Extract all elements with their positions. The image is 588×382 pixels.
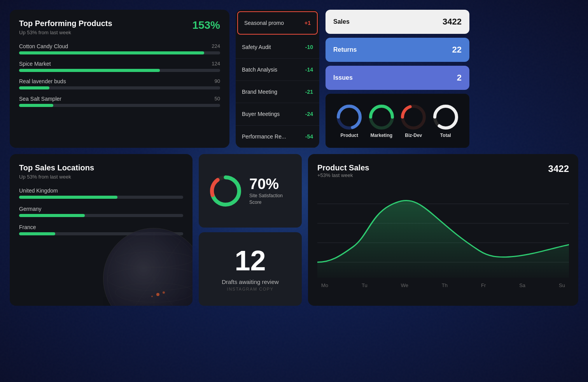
drafts-label: Drafts awaiting review — [222, 279, 279, 285]
location-item: United Kingdom — [19, 187, 183, 199]
donut-item: Biz-Dev — [400, 104, 427, 138]
donut-label: Total — [440, 133, 451, 138]
agenda-item[interactable]: Brand Meeting -21 — [236, 81, 319, 103]
sales-chart — [317, 184, 569, 278]
donut-svg — [400, 104, 427, 130]
drafts-number: 12 — [234, 247, 266, 275]
chart-days: Mo Tu We Th Fr Sa Su — [317, 282, 569, 288]
donut-label: Marketing — [370, 133, 392, 138]
product-name: Sea Salt Sampler — [19, 96, 61, 102]
chart-header: Product Sales +53% last week 3422 — [317, 163, 569, 183]
satisfaction-pct: 70% — [249, 176, 283, 193]
issues-value: 2 — [457, 73, 462, 83]
chart-title: Product Sales — [317, 163, 369, 172]
agenda-name: Brand Meeting — [242, 89, 277, 95]
satisfaction-text: 70% Site Satisfaction Score — [249, 176, 283, 206]
product-name: Cotton Candy Cloud — [19, 43, 68, 49]
product-value: 50 — [215, 96, 220, 102]
agenda-name: Performance Re... — [242, 133, 286, 140]
satisfaction-donut — [208, 173, 243, 209]
agenda-item[interactable]: Seasonal promo +1 — [237, 11, 318, 35]
globe-decoration — [103, 228, 192, 306]
svg-point-8 — [107, 232, 192, 306]
sales-value: 3422 — [443, 17, 462, 27]
drafts-sublabel: INSTAGRAM COPY — [227, 287, 274, 291]
chart-subtitle: +53% last week — [317, 172, 369, 178]
agenda-item[interactable]: Buyer Meetings -24 — [236, 103, 319, 125]
top-locations-title: Top Sales Locations — [19, 163, 183, 172]
location-name: United Kingdom — [19, 187, 183, 194]
agenda-delta: -54 — [305, 133, 313, 140]
agenda-delta: +1 — [304, 20, 311, 26]
satisfaction-card: 70% Site Satisfaction Score — [199, 154, 302, 228]
globe-svg — [103, 228, 192, 306]
product-name: Spice Market — [19, 61, 51, 67]
agenda-item[interactable]: Safety Audit -10 — [236, 36, 319, 58]
agenda-delta: -24 — [305, 111, 313, 117]
donut-svg — [432, 104, 459, 130]
agenda-name: Seasonal promo — [244, 20, 284, 26]
agenda-delta: -14 — [305, 67, 313, 73]
top-locations-subtitle: Up 53% from last week — [19, 174, 183, 180]
product-value: 224 — [212, 43, 220, 49]
chart-value: 3422 — [548, 163, 569, 174]
issues-metric: Issues 2 — [326, 66, 469, 90]
donuts-panel: Product Marketing Biz-Dev Total — [326, 94, 469, 148]
svg-point-11 — [115, 283, 192, 302]
location-name: Germany — [19, 206, 183, 212]
agenda-item[interactable]: Batch Analysis -14 — [236, 59, 319, 81]
sales-metric: Sales 3422 — [326, 10, 469, 34]
agenda-list: Seasonal promo +1 Safety Audit -10 Batch… — [236, 10, 319, 148]
donut-item: Total — [432, 104, 459, 138]
donut-svg — [336, 104, 362, 130]
agenda-delta: -10 — [305, 44, 313, 50]
agenda-delta: -21 — [305, 89, 313, 95]
top-products-title: Top Performing Products — [19, 19, 220, 28]
satisfaction-label: Site Satisfaction Score — [249, 193, 283, 206]
top-locations-card: Top Sales Locations Up 53% from last wee… — [10, 154, 192, 306]
donut-label: Product — [341, 133, 358, 138]
returns-value: 22 — [452, 45, 462, 55]
product-item: Sea Salt Sampler 50 — [19, 96, 220, 107]
issues-label: Issues — [333, 74, 353, 81]
returns-label: Returns — [333, 46, 357, 53]
svg-point-16 — [163, 291, 165, 294]
donut-label: Biz-Dev — [405, 133, 422, 138]
top-products-card: Top Performing Products Up 53% from last… — [10, 10, 229, 148]
svg-point-17 — [151, 296, 153, 297]
sales-label: Sales — [333, 18, 350, 25]
agenda-name: Batch Analysis — [242, 67, 277, 73]
svg-point-15 — [156, 293, 159, 296]
product-item: Spice Market 124 — [19, 61, 220, 72]
agenda-name: Safety Audit — [242, 44, 271, 50]
top-products-subtitle: Up 53% from last week — [19, 30, 220, 35]
product-sales-card: Product Sales +53% last week 3422 — [308, 154, 578, 306]
product-item: Cotton Candy Cloud 224 — [19, 43, 220, 54]
products-list: Cotton Candy Cloud 224 Spice Market 124 … — [19, 43, 220, 107]
product-value: 124 — [212, 61, 220, 67]
product-value: 90 — [215, 78, 220, 84]
svg-point-9 — [115, 252, 192, 267]
agenda-name: Buyer Meetings — [242, 111, 280, 117]
top-products-percentage: 153% — [192, 19, 220, 32]
donut-item: Product — [336, 104, 362, 138]
donut-item: Marketing — [368, 104, 395, 138]
drafts-card: 12 Drafts awaiting review INSTAGRAM COPY — [199, 232, 302, 306]
donut-svg — [368, 104, 395, 130]
svg-point-10 — [107, 267, 192, 291]
product-name: Real lavender buds — [19, 78, 66, 84]
returns-metric: Returns 22 — [326, 38, 469, 62]
product-item: Real lavender buds 90 — [19, 78, 220, 89]
agenda-item[interactable]: Performance Re... -54 — [236, 126, 319, 148]
location-item: Germany — [19, 206, 183, 217]
